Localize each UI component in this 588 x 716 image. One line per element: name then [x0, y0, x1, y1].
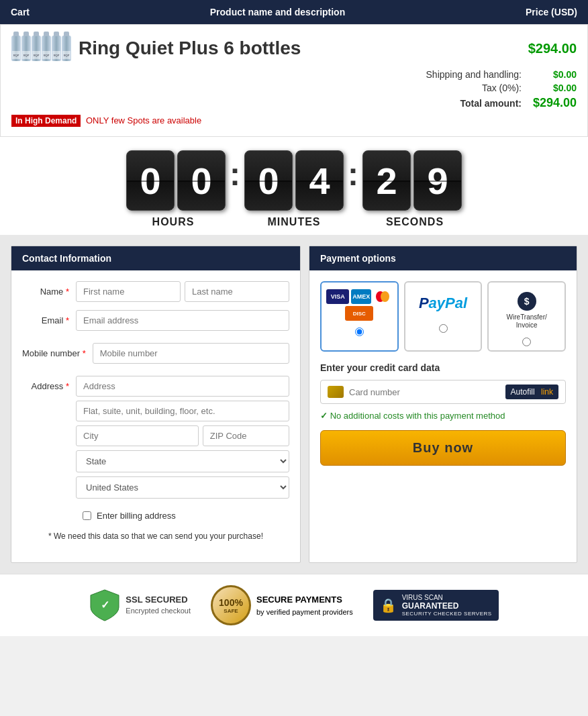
- name-label: Name *: [22, 281, 76, 297]
- minutes-group: 0 4: [244, 150, 344, 211]
- hours-digit-2: 0: [177, 150, 226, 211]
- billing-row: Enter billing address: [22, 511, 289, 521]
- shipping-row: Shipping and handling: $0.00: [11, 69, 577, 80]
- paypal-radio[interactable]: [439, 324, 448, 333]
- required-note: * We need this data so that we can send …: [22, 526, 289, 552]
- colon-1: :: [230, 156, 240, 206]
- countdown-display: 0 0 : 0 4 : 2 9: [126, 150, 462, 211]
- card-chip-icon: [328, 386, 344, 398]
- virus-scan-badge: 🔒 VIRUS SCAN GUARANTEED SECURITY CHECKED…: [373, 590, 499, 621]
- cart-header: Cart Product name and description Price …: [0, 0, 588, 24]
- tax-label: Tax (0%):: [482, 83, 522, 93]
- billing-checkbox[interactable]: [83, 511, 91, 520]
- mobile-input[interactable]: [93, 343, 289, 364]
- security-footer: ✓ SSL SECURED Encrypted checkout 100% SA…: [0, 574, 588, 636]
- contact-form: Name * Email *: [11, 270, 300, 562]
- wire-label: WireTransfer/Invoice: [507, 313, 547, 329]
- product-title: Ring Quiet Plus 6 bottles: [79, 38, 528, 59]
- address-label: Address *: [22, 376, 76, 391]
- amex-icon: AMEX: [351, 289, 371, 304]
- virus-text: VIRUS SCAN GUARANTEED SECURITY CHECKED S…: [402, 594, 492, 617]
- product-row: RQP RQP RQP RQP RQP RQP Ring Quiet Plus …: [11, 36, 577, 61]
- ssl-shield-icon: ✓: [89, 589, 120, 622]
- main-area: Contact Information Name * Email *: [0, 235, 588, 574]
- payment-methods: VISA AMEX DISC PayPal: [320, 281, 566, 352]
- order-summary: Shipping and handling: $0.00 Tax (0%): $…: [11, 69, 577, 110]
- email-fields: [76, 310, 289, 335]
- payment-options-body: VISA AMEX DISC PayPal: [309, 270, 577, 476]
- zip-input[interactable]: [203, 425, 289, 446]
- lock-icon: 🔒: [380, 597, 397, 613]
- credit-card-radio[interactable]: [355, 327, 364, 336]
- email-row: Email *: [22, 310, 289, 335]
- mobile-row: Mobile number *: [22, 343, 289, 368]
- wire-method[interactable]: $ WireTransfer/Invoice: [487, 281, 566, 352]
- name-row: Name *: [22, 281, 289, 302]
- visa-icon: VISA: [326, 289, 349, 304]
- billing-label[interactable]: Enter billing address: [97, 511, 176, 521]
- first-name-input[interactable]: [76, 281, 181, 302]
- secure-payments-text: SECURE PAYMENTS by verified payment prov…: [256, 593, 353, 617]
- mobile-fields: [93, 343, 289, 368]
- wire-radio[interactable]: [522, 338, 531, 346]
- address-input[interactable]: [76, 376, 289, 397]
- cart-label: Cart: [11, 7, 30, 17]
- minutes-label: MINUTES: [244, 216, 344, 228]
- hours-digit-1: 0: [126, 150, 175, 211]
- contact-section: Contact Information Name * Email *: [11, 246, 301, 563]
- seconds-label: SECONDS: [365, 216, 464, 228]
- price-col-label: Price (USD): [526, 7, 577, 17]
- total-row: Total amount: $294.00: [11, 96, 577, 110]
- payment-section: Payment options VISA AMEX DISC: [309, 246, 577, 563]
- tax-row: Tax (0%): $0.00: [11, 83, 577, 93]
- city-input[interactable]: [76, 425, 199, 446]
- name-fields: [76, 281, 289, 302]
- country-select[interactable]: United States Canada United Kingdom: [76, 476, 289, 499]
- mastercard-icon: [373, 289, 392, 304]
- hours-label: HOURS: [124, 216, 223, 228]
- minutes-digit-1: 0: [244, 150, 293, 211]
- product-section: RQP RQP RQP RQP RQP RQP Ring Quiet Plus …: [0, 24, 588, 137]
- countdown-labels: HOURS MINUTES SECONDS: [0, 216, 588, 228]
- svg-text:✓: ✓: [101, 599, 109, 611]
- seconds-group: 2 9: [362, 150, 462, 211]
- discover-icon: DISC: [345, 306, 373, 321]
- product-col-label: Product name and description: [210, 7, 345, 17]
- contact-section-header: Contact Information: [11, 246, 300, 270]
- ssl-text: SSL SECURED Encrypted checkout: [126, 594, 191, 617]
- wire-icons: $ WireTransfer/Invoice: [507, 289, 547, 331]
- paypal-method[interactable]: PayPal: [404, 281, 483, 352]
- card-number-input[interactable]: [349, 387, 505, 397]
- state-select[interactable]: State AlabamaAlaskaArizona CaliforniaFlo…: [76, 450, 289, 472]
- tax-value: $0.00: [530, 83, 577, 93]
- seconds-digit-2: 9: [413, 150, 462, 211]
- card-input-row: Autofill link: [320, 380, 566, 404]
- hours-group: 0 0: [126, 150, 226, 211]
- shipping-value: $0.00: [530, 69, 577, 80]
- address-fields: State AlabamaAlaskaArizona CaliforniaFlo…: [76, 376, 289, 503]
- product-price: $294.00: [528, 41, 577, 56]
- product-image: RQP RQP RQP RQP RQP RQP: [11, 36, 72, 61]
- address-row: Address * State AlabamaAlaskaArizona Cal…: [22, 376, 289, 503]
- paypal-icons: PayPal: [419, 289, 467, 317]
- demand-badge: In High Demand: [11, 115, 81, 127]
- last-name-input[interactable]: [185, 281, 289, 302]
- colon-2: :: [348, 156, 358, 206]
- demand-bar: In High Demand ONLY few Spots are availa…: [11, 115, 577, 125]
- email-label: Email *: [22, 310, 76, 325]
- buy-now-button[interactable]: Buy now: [320, 430, 566, 466]
- wire-icon: $: [518, 292, 536, 311]
- card-icons: VISA AMEX DISC: [326, 289, 393, 321]
- autofill-button[interactable]: Autofill link: [505, 385, 558, 399]
- email-input[interactable]: [76, 310, 289, 331]
- demand-text: ONLY few Spots are available: [86, 115, 201, 125]
- address2-input[interactable]: [76, 401, 289, 421]
- paypal-icon: PayPal: [419, 295, 467, 312]
- secure-payments-badge: 100% SAFE SECURE PAYMENTS by verified pa…: [211, 585, 353, 625]
- total-label: Total amount:: [460, 98, 522, 109]
- payment-section-header: Payment options: [309, 246, 577, 270]
- credit-card-method[interactable]: VISA AMEX DISC: [320, 281, 399, 352]
- shipping-label: Shipping and handling:: [426, 69, 522, 80]
- credit-card-title: Enter your credit card data: [320, 362, 566, 373]
- ssl-badge: ✓ SSL SECURED Encrypted checkout: [89, 589, 191, 622]
